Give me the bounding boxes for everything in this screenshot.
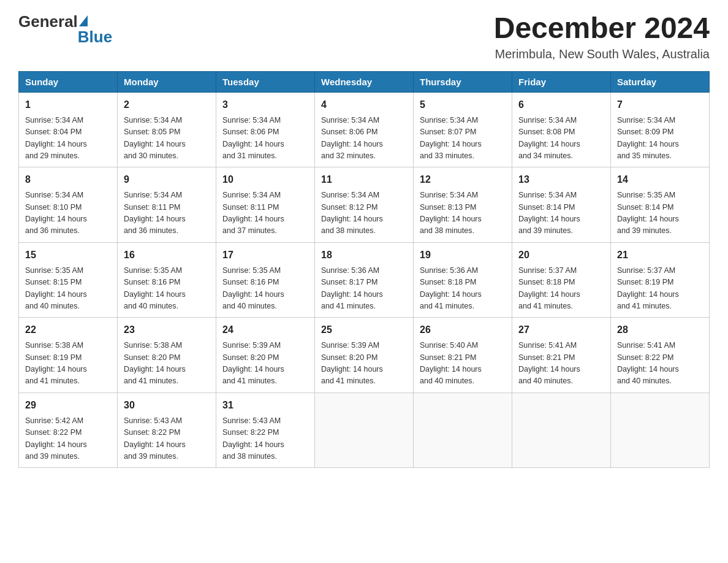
day-number: 11 <box>321 172 407 187</box>
day-info: Sunrise: 5:36 AMSunset: 8:18 PMDaylight:… <box>420 265 506 313</box>
calendar-day-cell: 13Sunrise: 5:34 AMSunset: 8:14 PMDayligh… <box>512 167 611 243</box>
day-info: Sunrise: 5:34 AMSunset: 8:13 PMDaylight:… <box>420 190 506 237</box>
day-info: Sunrise: 5:35 AMSunset: 8:14 PMDaylight:… <box>617 190 703 237</box>
day-info: Sunrise: 5:34 AMSunset: 8:11 PMDaylight:… <box>222 190 308 237</box>
day-number: 7 <box>617 98 703 112</box>
day-info: Sunrise: 5:39 AMSunset: 8:20 PMDaylight:… <box>222 340 308 388</box>
day-info: Sunrise: 5:37 AMSunset: 8:18 PMDaylight:… <box>518 265 604 313</box>
page-header: General General Blue December 2024 Merim… <box>18 12 710 61</box>
calendar-day-cell: 27Sunrise: 5:41 AMSunset: 8:21 PMDayligh… <box>512 318 611 393</box>
day-info: Sunrise: 5:34 AMSunset: 8:12 PMDaylight:… <box>321 190 407 237</box>
day-number: 10 <box>222 172 308 187</box>
day-info: Sunrise: 5:38 AMSunset: 8:19 PMDaylight:… <box>25 340 111 388</box>
calendar-day-cell: 28Sunrise: 5:41 AMSunset: 8:22 PMDayligh… <box>611 318 710 393</box>
day-number: 25 <box>321 323 407 337</box>
day-info: Sunrise: 5:42 AMSunset: 8:22 PMDaylight:… <box>25 415 111 463</box>
calendar-day-cell: 14Sunrise: 5:35 AMSunset: 8:14 PMDayligh… <box>611 167 710 243</box>
day-info: Sunrise: 5:41 AMSunset: 8:22 PMDaylight:… <box>617 340 703 388</box>
day-info: Sunrise: 5:34 AMSunset: 8:11 PMDaylight:… <box>124 190 210 237</box>
weekday-header-saturday: Saturday <box>611 71 710 92</box>
day-info: Sunrise: 5:34 AMSunset: 8:06 PMDaylight:… <box>222 115 308 163</box>
day-info: Sunrise: 5:34 AMSunset: 8:10 PMDaylight:… <box>25 190 111 237</box>
weekday-header-wednesday: Wednesday <box>315 71 414 92</box>
day-number: 4 <box>321 98 407 112</box>
calendar-day-cell: 12Sunrise: 5:34 AMSunset: 8:13 PMDayligh… <box>414 167 512 243</box>
day-number: 5 <box>420 98 506 112</box>
day-number: 8 <box>25 172 111 187</box>
day-info: Sunrise: 5:34 AMSunset: 8:05 PMDaylight:… <box>124 115 210 163</box>
calendar-day-cell: 6Sunrise: 5:34 AMSunset: 8:08 PMDaylight… <box>512 92 611 167</box>
calendar-week-row: 1Sunrise: 5:34 AMSunset: 8:04 PMDaylight… <box>19 92 710 167</box>
calendar-day-cell: 5Sunrise: 5:34 AMSunset: 8:07 PMDaylight… <box>414 92 512 167</box>
day-info: Sunrise: 5:41 AMSunset: 8:21 PMDaylight:… <box>518 340 604 388</box>
day-number: 18 <box>321 248 407 262</box>
calendar-day-cell: 17Sunrise: 5:35 AMSunset: 8:16 PMDayligh… <box>216 242 315 318</box>
logo-triangle-icon <box>79 15 88 26</box>
calendar-day-cell: 24Sunrise: 5:39 AMSunset: 8:20 PMDayligh… <box>216 318 315 393</box>
day-info: Sunrise: 5:34 AMSunset: 8:14 PMDaylight:… <box>518 190 604 237</box>
day-info: Sunrise: 5:34 AMSunset: 8:06 PMDaylight:… <box>321 115 407 163</box>
day-number: 17 <box>222 248 308 262</box>
day-info: Sunrise: 5:40 AMSunset: 8:21 PMDaylight:… <box>420 340 506 388</box>
calendar-day-cell: 16Sunrise: 5:35 AMSunset: 8:16 PMDayligh… <box>118 242 216 318</box>
day-info: Sunrise: 5:36 AMSunset: 8:17 PMDaylight:… <box>321 265 407 313</box>
day-number: 1 <box>25 98 111 112</box>
calendar-day-cell: 7Sunrise: 5:34 AMSunset: 8:09 PMDaylight… <box>611 92 710 167</box>
day-number: 12 <box>420 172 506 187</box>
calendar-day-cell: 30Sunrise: 5:43 AMSunset: 8:22 PMDayligh… <box>118 393 216 468</box>
weekday-header-monday: Monday <box>118 71 216 92</box>
day-number: 26 <box>420 323 506 337</box>
calendar-day-cell: 25Sunrise: 5:39 AMSunset: 8:20 PMDayligh… <box>315 318 414 393</box>
calendar-day-cell: 19Sunrise: 5:36 AMSunset: 8:18 PMDayligh… <box>414 242 512 318</box>
title-section: December 2024 Merimbula, New South Wales… <box>494 12 710 61</box>
calendar-day-cell: 26Sunrise: 5:40 AMSunset: 8:21 PMDayligh… <box>414 318 512 393</box>
calendar-day-cell: 18Sunrise: 5:36 AMSunset: 8:17 PMDayligh… <box>315 242 414 318</box>
calendar-day-cell <box>611 393 710 468</box>
day-number: 27 <box>518 323 604 337</box>
day-number: 29 <box>25 398 111 413</box>
calendar-day-cell: 21Sunrise: 5:37 AMSunset: 8:19 PMDayligh… <box>611 242 710 318</box>
day-number: 3 <box>222 98 308 112</box>
calendar-day-cell: 15Sunrise: 5:35 AMSunset: 8:15 PMDayligh… <box>19 242 118 318</box>
day-number: 30 <box>124 398 210 413</box>
calendar-day-cell: 11Sunrise: 5:34 AMSunset: 8:12 PMDayligh… <box>315 167 414 243</box>
calendar-day-cell: 10Sunrise: 5:34 AMSunset: 8:11 PMDayligh… <box>216 167 315 243</box>
calendar-day-cell <box>512 393 611 468</box>
calendar-day-cell: 2Sunrise: 5:34 AMSunset: 8:05 PMDaylight… <box>118 92 216 167</box>
calendar-day-cell <box>414 393 512 468</box>
calendar-day-cell: 9Sunrise: 5:34 AMSunset: 8:11 PMDaylight… <box>118 167 216 243</box>
day-info: Sunrise: 5:34 AMSunset: 8:09 PMDaylight:… <box>617 115 703 163</box>
day-number: 31 <box>222 398 308 413</box>
calendar-day-cell: 22Sunrise: 5:38 AMSunset: 8:19 PMDayligh… <box>19 318 118 393</box>
calendar-day-cell: 3Sunrise: 5:34 AMSunset: 8:06 PMDaylight… <box>216 92 315 167</box>
calendar-day-cell: 31Sunrise: 5:43 AMSunset: 8:22 PMDayligh… <box>216 393 315 468</box>
day-number: 15 <box>25 248 111 262</box>
day-number: 9 <box>124 172 210 187</box>
day-number: 14 <box>617 172 703 187</box>
month-title: December 2024 <box>494 12 710 45</box>
calendar-week-row: 22Sunrise: 5:38 AMSunset: 8:19 PMDayligh… <box>19 318 710 393</box>
calendar-day-cell: 4Sunrise: 5:34 AMSunset: 8:06 PMDaylight… <box>315 92 414 167</box>
weekday-header-thursday: Thursday <box>414 71 512 92</box>
day-info: Sunrise: 5:35 AMSunset: 8:15 PMDaylight:… <box>25 265 111 313</box>
weekday-header-sunday: Sunday <box>19 71 118 92</box>
calendar-week-row: 8Sunrise: 5:34 AMSunset: 8:10 PMDaylight… <box>19 167 710 243</box>
day-info: Sunrise: 5:34 AMSunset: 8:04 PMDaylight:… <box>25 115 111 163</box>
day-info: Sunrise: 5:35 AMSunset: 8:16 PMDaylight:… <box>222 265 308 313</box>
day-info: Sunrise: 5:34 AMSunset: 8:08 PMDaylight:… <box>518 115 604 163</box>
day-info: Sunrise: 5:37 AMSunset: 8:19 PMDaylight:… <box>617 265 703 313</box>
day-number: 2 <box>124 98 210 112</box>
day-number: 19 <box>420 248 506 262</box>
calendar-week-row: 15Sunrise: 5:35 AMSunset: 8:15 PMDayligh… <box>19 242 710 318</box>
logo: General General Blue <box>18 12 112 47</box>
day-number: 23 <box>124 323 210 337</box>
location-text: Merimbula, New South Wales, Australia <box>494 47 710 61</box>
calendar-day-cell: 29Sunrise: 5:42 AMSunset: 8:22 PMDayligh… <box>19 393 118 468</box>
calendar-week-row: 29Sunrise: 5:42 AMSunset: 8:22 PMDayligh… <box>19 393 710 468</box>
logo-blue-text: Blue <box>78 28 112 47</box>
day-number: 28 <box>617 323 703 337</box>
day-number: 20 <box>518 248 604 262</box>
weekday-header-friday: Friday <box>512 71 611 92</box>
day-number: 21 <box>617 248 703 262</box>
weekday-header-tuesday: Tuesday <box>216 71 315 92</box>
